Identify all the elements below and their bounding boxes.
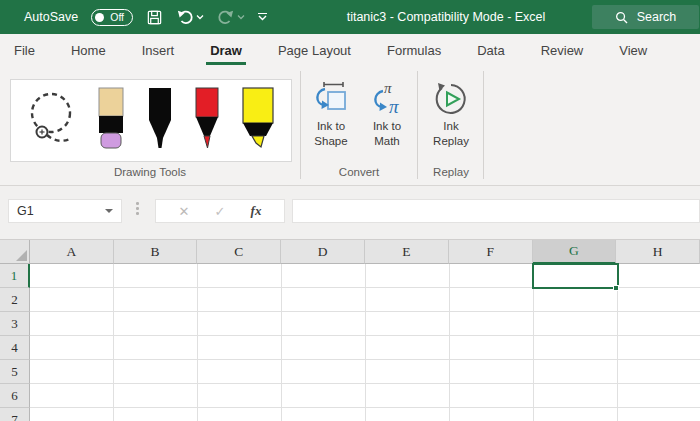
ink-replay-icon — [432, 79, 470, 119]
drawing-tools-gallery — [10, 79, 292, 162]
name-box[interactable]: G1 — [8, 199, 122, 223]
title-bar: AutoSave Off — [0, 0, 700, 34]
formula-buttons: ✕ ✓ fx — [155, 199, 285, 223]
tab-review[interactable]: Review — [541, 34, 584, 66]
column-header-e[interactable]: E — [365, 240, 449, 264]
tab-view[interactable]: View — [619, 34, 647, 66]
row-header-2[interactable]: 2 — [0, 288, 30, 312]
column-header-f[interactable]: F — [449, 240, 533, 264]
pen-black-icon[interactable] — [145, 84, 175, 158]
row-cells[interactable] — [30, 384, 700, 408]
window-title: titanic3 - Compatibility Mode - Excel — [347, 10, 546, 24]
cancel-icon[interactable]: ✕ — [179, 204, 190, 219]
tab-file[interactable]: File — [14, 34, 35, 66]
column-header-c[interactable]: C — [197, 240, 281, 264]
save-icon[interactable] — [146, 9, 163, 26]
column-header-a[interactable]: A — [30, 240, 114, 264]
grid-row: 5 — [0, 360, 700, 384]
ink-to-shape-icon — [313, 79, 349, 119]
ribbon: Drawing Tools Ink to Shape — [0, 66, 700, 186]
pen-red-icon[interactable] — [192, 84, 222, 158]
row-header-3[interactable]: 3 — [0, 312, 30, 336]
toggle-knob-icon — [95, 13, 104, 22]
undo-button[interactable] — [176, 9, 204, 25]
autosave-label: AutoSave — [24, 10, 78, 24]
select-all-button[interactable] — [0, 240, 30, 264]
search-box[interactable]: Search — [592, 5, 699, 29]
redo-button[interactable] — [217, 9, 245, 25]
column-header-h[interactable]: H — [616, 240, 700, 264]
autosave-toggle[interactable]: Off — [91, 9, 133, 26]
group-drawing-tools: Drawing Tools — [0, 66, 300, 186]
tab-draw[interactable]: Draw — [210, 34, 242, 66]
select-all-triangle-icon — [16, 250, 27, 261]
name-box-value: G1 — [17, 204, 34, 218]
selected-cell-g1[interactable] — [532, 263, 619, 289]
ink-to-math-button[interactable]: π π Ink to Math — [361, 79, 413, 149]
row-cells[interactable] — [30, 312, 700, 336]
column-header-b[interactable]: B — [114, 240, 198, 264]
group-replay: Ink Replay Replay — [418, 66, 484, 186]
eraser-icon[interactable] — [94, 84, 128, 158]
grid-row: 3 — [0, 312, 700, 336]
row-cells[interactable] — [30, 408, 700, 421]
fill-handle[interactable] — [613, 285, 619, 291]
grid-row: 7 — [0, 408, 700, 421]
row-cells[interactable] — [30, 360, 700, 384]
row-header-1[interactable]: 1 — [0, 264, 30, 288]
highlighter-yellow-icon[interactable] — [239, 84, 277, 158]
formula-bar-splitter[interactable] — [136, 202, 139, 215]
ink-to-math-icon: π π — [369, 79, 405, 119]
search-icon — [615, 11, 628, 24]
svg-text:π: π — [389, 96, 399, 117]
ribbon-tab-bar: File Home Insert Draw Page Layout Formul… — [0, 34, 700, 66]
enter-icon[interactable]: ✓ — [215, 204, 226, 219]
group-label-drawing-tools: Drawing Tools — [0, 166, 300, 178]
grid-row: 4 — [0, 336, 700, 360]
group-convert: Ink to Shape π π Ink to Math Convert — [301, 66, 417, 186]
tab-insert[interactable]: Insert — [142, 34, 175, 66]
search-label: Search — [637, 10, 677, 24]
grid-row: 6 — [0, 384, 700, 408]
tab-data[interactable]: Data — [477, 34, 504, 66]
tab-formulas[interactable]: Formulas — [387, 34, 441, 66]
customize-quick-access-toolbar-icon[interactable] — [258, 13, 267, 21]
ink-to-shape-button[interactable]: Ink to Shape — [305, 79, 357, 149]
worksheet-grid: A B C D E F G H 1 2 3 4 5 6 7 — [0, 239, 700, 421]
column-header-d[interactable]: D — [281, 240, 365, 264]
column-headers: A B C D E F G H — [0, 240, 700, 264]
row-cells[interactable] — [30, 336, 700, 360]
formula-bar: G1 ✕ ✓ fx — [0, 186, 700, 239]
group-label-convert: Convert — [301, 166, 417, 178]
name-box-dropdown-icon[interactable] — [105, 209, 113, 213]
column-header-g[interactable]: G — [533, 240, 617, 264]
svg-text:π: π — [384, 80, 392, 96]
row-header-6[interactable]: 6 — [0, 384, 30, 408]
insert-function-icon[interactable]: fx — [251, 203, 262, 219]
row-cells[interactable] — [30, 288, 700, 312]
group-label-replay: Replay — [418, 166, 484, 178]
formula-input[interactable] — [292, 199, 700, 223]
grid-row: 2 — [0, 288, 700, 312]
row-header-4[interactable]: 4 — [0, 336, 30, 360]
row-header-5[interactable]: 5 — [0, 360, 30, 384]
tab-home[interactable]: Home — [71, 34, 106, 66]
row-header-7[interactable]: 7 — [0, 408, 30, 421]
tab-page-layout[interactable]: Page Layout — [278, 34, 351, 66]
autosave-state: Off — [110, 11, 124, 23]
group-separator — [483, 71, 484, 179]
lasso-select-icon[interactable] — [25, 84, 77, 158]
ink-replay-button[interactable]: Ink Replay — [425, 79, 477, 149]
